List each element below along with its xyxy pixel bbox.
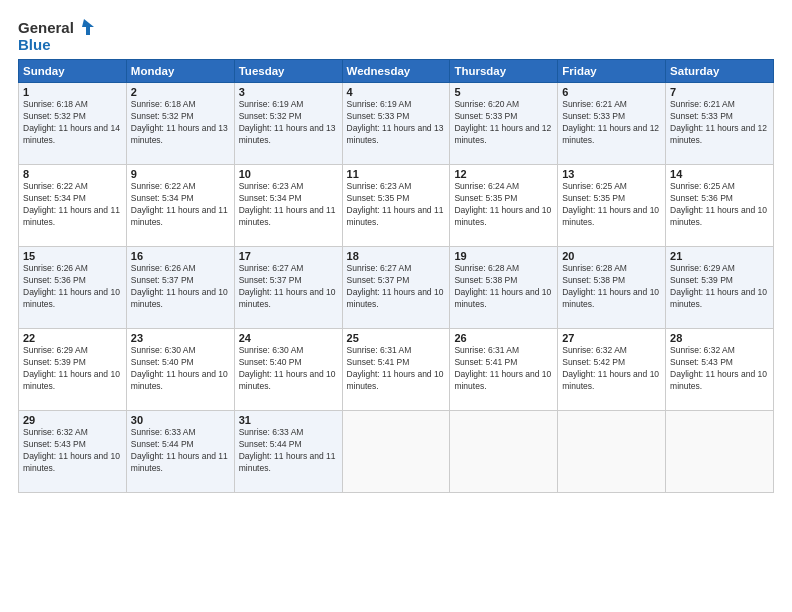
calendar-cell: 20Sunrise: 6:28 AMSunset: 5:38 PMDayligh… [558,247,666,329]
calendar-week-row: 29Sunrise: 6:32 AMSunset: 5:43 PMDayligh… [19,411,774,493]
calendar-cell: 30Sunrise: 6:33 AMSunset: 5:44 PMDayligh… [126,411,234,493]
calendar-cell: 1Sunrise: 6:18 AMSunset: 5:32 PMDaylight… [19,83,127,165]
day-info: Sunrise: 6:23 AMSunset: 5:34 PMDaylight:… [239,181,338,229]
calendar-cell [342,411,450,493]
day-info: Sunrise: 6:32 AMSunset: 5:42 PMDaylight:… [562,345,661,393]
calendar-table: SundayMondayTuesdayWednesdayThursdayFrid… [18,59,774,493]
calendar-cell [666,411,774,493]
calendar-cell: 27Sunrise: 6:32 AMSunset: 5:42 PMDayligh… [558,329,666,411]
calendar-cell: 22Sunrise: 6:29 AMSunset: 5:39 PMDayligh… [19,329,127,411]
day-info: Sunrise: 6:21 AMSunset: 5:33 PMDaylight:… [562,99,661,147]
day-info: Sunrise: 6:22 AMSunset: 5:34 PMDaylight:… [131,181,230,229]
day-info: Sunrise: 6:31 AMSunset: 5:41 PMDaylight:… [454,345,553,393]
calendar-header-saturday: Saturday [666,60,774,83]
calendar-header-tuesday: Tuesday [234,60,342,83]
page-header: General Blue [18,18,774,53]
calendar-cell: 24Sunrise: 6:30 AMSunset: 5:40 PMDayligh… [234,329,342,411]
day-number: 7 [670,86,769,98]
calendar-cell: 4Sunrise: 6:19 AMSunset: 5:33 PMDaylight… [342,83,450,165]
day-info: Sunrise: 6:19 AMSunset: 5:33 PMDaylight:… [347,99,446,147]
day-number: 31 [239,414,338,426]
calendar-cell: 23Sunrise: 6:30 AMSunset: 5:40 PMDayligh… [126,329,234,411]
day-info: Sunrise: 6:19 AMSunset: 5:32 PMDaylight:… [239,99,338,147]
day-info: Sunrise: 6:33 AMSunset: 5:44 PMDaylight:… [131,427,230,475]
calendar-cell [450,411,558,493]
logo-arrow-icon [76,18,94,36]
calendar-cell [558,411,666,493]
day-number: 13 [562,168,661,180]
day-info: Sunrise: 6:25 AMSunset: 5:36 PMDaylight:… [670,181,769,229]
calendar-week-row: 8Sunrise: 6:22 AMSunset: 5:34 PMDaylight… [19,165,774,247]
calendar-cell: 16Sunrise: 6:26 AMSunset: 5:37 PMDayligh… [126,247,234,329]
day-number: 14 [670,168,769,180]
day-number: 10 [239,168,338,180]
calendar-cell: 12Sunrise: 6:24 AMSunset: 5:35 PMDayligh… [450,165,558,247]
day-number: 24 [239,332,338,344]
day-number: 20 [562,250,661,262]
logo-blue: Blue [18,36,51,53]
day-number: 4 [347,86,446,98]
day-info: Sunrise: 6:31 AMSunset: 5:41 PMDaylight:… [347,345,446,393]
calendar-cell: 19Sunrise: 6:28 AMSunset: 5:38 PMDayligh… [450,247,558,329]
day-info: Sunrise: 6:22 AMSunset: 5:34 PMDaylight:… [23,181,122,229]
day-number: 22 [23,332,122,344]
day-number: 19 [454,250,553,262]
day-info: Sunrise: 6:18 AMSunset: 5:32 PMDaylight:… [23,99,122,147]
day-number: 23 [131,332,230,344]
day-number: 11 [347,168,446,180]
day-info: Sunrise: 6:24 AMSunset: 5:35 PMDaylight:… [454,181,553,229]
day-number: 3 [239,86,338,98]
calendar-cell: 7Sunrise: 6:21 AMSunset: 5:33 PMDaylight… [666,83,774,165]
day-number: 5 [454,86,553,98]
calendar-cell: 2Sunrise: 6:18 AMSunset: 5:32 PMDaylight… [126,83,234,165]
day-number: 12 [454,168,553,180]
day-info: Sunrise: 6:25 AMSunset: 5:35 PMDaylight:… [562,181,661,229]
calendar-cell: 5Sunrise: 6:20 AMSunset: 5:33 PMDaylight… [450,83,558,165]
calendar-cell: 17Sunrise: 6:27 AMSunset: 5:37 PMDayligh… [234,247,342,329]
day-number: 21 [670,250,769,262]
day-info: Sunrise: 6:32 AMSunset: 5:43 PMDaylight:… [670,345,769,393]
calendar-cell: 3Sunrise: 6:19 AMSunset: 5:32 PMDaylight… [234,83,342,165]
calendar-cell: 8Sunrise: 6:22 AMSunset: 5:34 PMDaylight… [19,165,127,247]
day-info: Sunrise: 6:18 AMSunset: 5:32 PMDaylight:… [131,99,230,147]
calendar-header-monday: Monday [126,60,234,83]
day-info: Sunrise: 6:30 AMSunset: 5:40 PMDaylight:… [131,345,230,393]
calendar-header-sunday: Sunday [19,60,127,83]
day-info: Sunrise: 6:23 AMSunset: 5:35 PMDaylight:… [347,181,446,229]
calendar-cell: 15Sunrise: 6:26 AMSunset: 5:36 PMDayligh… [19,247,127,329]
logo: General Blue [18,18,94,53]
svg-marker-0 [82,19,94,35]
logo-general: General [18,19,74,36]
calendar-cell: 21Sunrise: 6:29 AMSunset: 5:39 PMDayligh… [666,247,774,329]
day-info: Sunrise: 6:30 AMSunset: 5:40 PMDaylight:… [239,345,338,393]
day-info: Sunrise: 6:26 AMSunset: 5:36 PMDaylight:… [23,263,122,311]
calendar-cell: 26Sunrise: 6:31 AMSunset: 5:41 PMDayligh… [450,329,558,411]
day-info: Sunrise: 6:32 AMSunset: 5:43 PMDaylight:… [23,427,122,475]
calendar-cell: 29Sunrise: 6:32 AMSunset: 5:43 PMDayligh… [19,411,127,493]
calendar-cell: 11Sunrise: 6:23 AMSunset: 5:35 PMDayligh… [342,165,450,247]
day-number: 1 [23,86,122,98]
calendar-cell: 9Sunrise: 6:22 AMSunset: 5:34 PMDaylight… [126,165,234,247]
calendar-week-row: 22Sunrise: 6:29 AMSunset: 5:39 PMDayligh… [19,329,774,411]
calendar-header-row: SundayMondayTuesdayWednesdayThursdayFrid… [19,60,774,83]
calendar-cell: 28Sunrise: 6:32 AMSunset: 5:43 PMDayligh… [666,329,774,411]
calendar-header-thursday: Thursday [450,60,558,83]
day-info: Sunrise: 6:28 AMSunset: 5:38 PMDaylight:… [562,263,661,311]
day-info: Sunrise: 6:33 AMSunset: 5:44 PMDaylight:… [239,427,338,475]
day-number: 16 [131,250,230,262]
day-number: 25 [347,332,446,344]
calendar-cell: 18Sunrise: 6:27 AMSunset: 5:37 PMDayligh… [342,247,450,329]
day-info: Sunrise: 6:29 AMSunset: 5:39 PMDaylight:… [670,263,769,311]
day-number: 28 [670,332,769,344]
day-info: Sunrise: 6:20 AMSunset: 5:33 PMDaylight:… [454,99,553,147]
day-info: Sunrise: 6:21 AMSunset: 5:33 PMDaylight:… [670,99,769,147]
day-number: 15 [23,250,122,262]
day-number: 9 [131,168,230,180]
calendar-header-wednesday: Wednesday [342,60,450,83]
day-number: 27 [562,332,661,344]
calendar-cell: 25Sunrise: 6:31 AMSunset: 5:41 PMDayligh… [342,329,450,411]
day-number: 2 [131,86,230,98]
day-info: Sunrise: 6:26 AMSunset: 5:37 PMDaylight:… [131,263,230,311]
calendar-cell: 13Sunrise: 6:25 AMSunset: 5:35 PMDayligh… [558,165,666,247]
day-number: 26 [454,332,553,344]
